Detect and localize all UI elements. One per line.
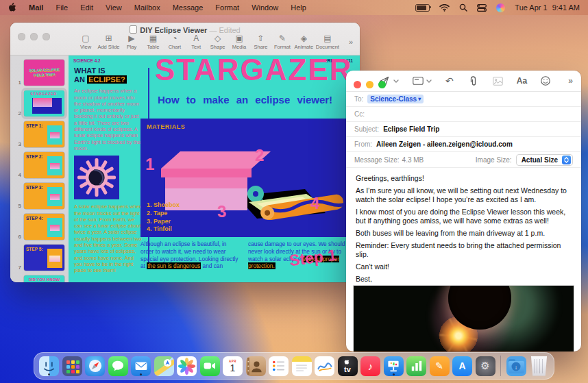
highlight-sun-dangerous: the sun is dangerous <box>147 262 201 269</box>
materials-list-item: 4. Tinfoil <box>147 225 180 234</box>
message-size-label: Message Size: <box>354 156 400 164</box>
toolbar-button[interactable]: ✎ Format <box>273 34 292 50</box>
slide-thumbnail-8[interactable]: 8 DID YOU KNOW <box>10 275 64 282</box>
dock-keynote[interactable] <box>384 356 404 376</box>
dock-calendar[interactable]: APR 1 <box>223 356 243 376</box>
emoji-button[interactable] <box>541 76 550 86</box>
dock-apple-tv[interactable]: tv <box>338 356 358 376</box>
menu-clock[interactable]: Tue Apr 1 9:41 AM <box>515 3 580 12</box>
from-value: Aileen Zeigen - aileen.zeigen@icloud.com <box>376 140 513 148</box>
mail-body-paragraph: Greetings, earthlings! <box>356 174 572 183</box>
menu-item[interactable]: Window <box>252 3 278 12</box>
menu-item[interactable]: Message <box>173 3 204 12</box>
toolbar-button[interactable]: ⊞ Add Slide <box>97 34 119 50</box>
toolbar-button[interactable]: ▶ Play <box>122 34 141 50</box>
to-field[interactable]: To: Science-Class▾ <box>346 92 581 107</box>
mail-body-paragraph: Best, Mrs. Zeigen <box>356 275 572 282</box>
cc-field[interactable]: Cc: <box>346 107 581 122</box>
menu-item[interactable]: View <box>106 3 122 12</box>
dock-downloads-folder[interactable]: ↓ <box>506 356 526 376</box>
menu-item[interactable]: File <box>56 3 68 12</box>
slide-subtitle: How to make an eclipse viewer! <box>158 94 332 106</box>
toolbar-button-label: Chart <box>169 44 181 50</box>
slide-thumbnail-1[interactable]: 1 SOLAR ECLIPSE FIELD TRIP! <box>10 60 64 86</box>
materials-list-item: 3. Paper <box>147 218 180 226</box>
slide-thumbnail-2-selected[interactable]: 2 STARGAZER <box>10 90 64 116</box>
battery-icon <box>415 4 430 12</box>
format-button[interactable]: Aa <box>517 76 527 86</box>
slide-question-heading: WHAT ISAN ECLIPSE? <box>74 66 143 84</box>
mail-toolbar-overflow-button[interactable]: » <box>568 76 573 86</box>
dock-finder[interactable] <box>39 356 59 376</box>
image-size-dropdown[interactable]: Actual Size <box>516 154 573 166</box>
search-icon[interactable] <box>459 3 467 12</box>
from-field[interactable]: From: Aileen Zeigen - aileen.zeigen@iclo… <box>346 137 581 152</box>
dock-mail[interactable] <box>131 356 151 376</box>
toolbar-button-icon: ◇ <box>215 34 221 42</box>
dock-music[interactable]: ♪ <box>360 356 380 376</box>
toolbar-button[interactable]: ▣ Media <box>230 34 249 50</box>
dock-reminders[interactable] <box>269 356 289 376</box>
reply-indicator-icon[interactable]: ↶ <box>445 75 454 86</box>
subject-field[interactable]: Subject: Eclipse Field Trip <box>346 122 581 137</box>
message-size-value: 4.3 MB <box>402 156 424 164</box>
slide-thumbnail-6[interactable]: 6 STEP 4: <box>10 214 64 240</box>
menu-time: 9:41 AM <box>552 3 580 12</box>
menu-item[interactable]: Edit <box>80 3 93 12</box>
dock-safari[interactable] <box>85 356 105 376</box>
minimize-button[interactable] <box>366 81 373 88</box>
dock-app-store[interactable]: A <box>452 356 472 376</box>
eclipse-photo-attachment[interactable] <box>353 285 574 351</box>
mail-body-paragraph: I know most of you are doing the Eclipse… <box>356 208 572 225</box>
zoom-button[interactable] <box>378 81 386 88</box>
menu-item[interactable]: Help <box>291 3 306 12</box>
toolbar-button[interactable]: ▢ View <box>76 34 95 50</box>
control-center-icon[interactable] <box>477 4 487 12</box>
toolbar-button[interactable]: ◔ Chart <box>165 34 184 50</box>
dock-maps[interactable] <box>154 356 174 376</box>
document-proxy-icon[interactable] <box>130 25 137 34</box>
wifi-icon[interactable] <box>439 4 450 12</box>
toolbar-button-label: Play <box>127 44 137 50</box>
slide-thumbnail-3[interactable]: 3 STEP 1: <box>10 121 64 147</box>
toolbar-button[interactable]: ◈ Animate <box>294 34 313 50</box>
dock-facetime[interactable] <box>200 356 220 376</box>
dock-contacts[interactable] <box>246 356 266 376</box>
toolbar-button[interactable]: ▦ Table <box>143 34 162 50</box>
menu-item[interactable]: Format <box>215 3 239 12</box>
dock-trash[interactable] <box>529 356 549 376</box>
slide-thumbnail-5[interactable]: 5 STEP 3: <box>10 183 64 209</box>
slide-canvas[interactable]: SCIENCE 4.2 EXPERIMENT #11 WHAT ISAN ECL… <box>69 55 360 282</box>
menu-app-name[interactable]: Mail <box>29 3 43 12</box>
slide-thumbnail-7[interactable]: 7 STEP 5: <box>10 245 64 271</box>
dock-system-settings[interactable]: ⚙ <box>476 356 495 376</box>
dock-launchpad[interactable] <box>62 356 82 376</box>
header-fields-button[interactable] <box>413 77 424 85</box>
toolbar-button-label: Shape <box>210 44 225 50</box>
slide-thumbnail-4[interactable]: 4 STEP 2: <box>10 152 64 178</box>
toolbar-button[interactable]: A Text <box>186 34 206 50</box>
toolbar-overflow-button[interactable]: » <box>349 38 353 46</box>
toolbar-button[interactable]: ◇ Shape <box>208 34 228 50</box>
toolbar-button-icon: ◈ <box>301 34 307 42</box>
insert-photo-button[interactable] <box>493 77 503 86</box>
dock-photos[interactable] <box>177 356 197 376</box>
apple-menu-icon[interactable] <box>8 3 16 12</box>
keynote-window: DIY Eclipse Viewer — Edited ▢ View ⊞ Add… <box>10 23 360 282</box>
attach-paperclip-icon[interactable] <box>469 76 478 86</box>
dock-notes[interactable] <box>292 356 312 376</box>
menu-item[interactable]: Mailbox <box>134 3 160 12</box>
mail-body[interactable]: Greetings, earthlings!As I’m sure you al… <box>346 168 581 282</box>
dock-messages[interactable] <box>108 356 128 376</box>
recipient-token[interactable]: Science-Class▾ <box>367 95 424 103</box>
toolbar-button[interactable]: ▤ Document <box>316 34 339 50</box>
dock-freeform[interactable] <box>315 356 334 376</box>
send-options-chevron-icon[interactable] <box>393 79 399 83</box>
dock-pages[interactable]: ✎ <box>430 356 450 376</box>
close-button[interactable] <box>354 81 361 88</box>
siri-icon[interactable] <box>496 3 505 12</box>
calendar-day: 1 <box>230 363 236 373</box>
header-fields-chevron-icon[interactable] <box>426 79 432 83</box>
dock-numbers[interactable] <box>406 356 426 376</box>
toolbar-button[interactable]: ⇧ Share <box>251 34 270 50</box>
